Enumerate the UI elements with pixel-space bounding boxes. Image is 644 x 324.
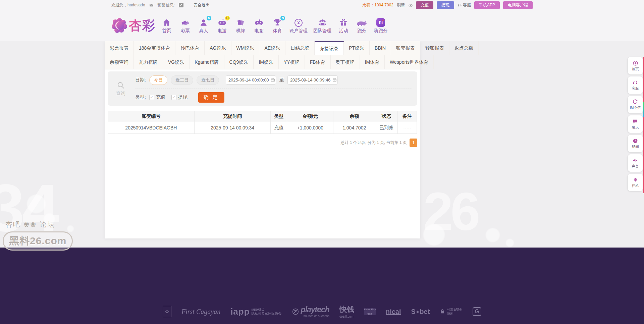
tab-im-sports[interactable]: IM体育 (360, 55, 385, 69)
tab-fb-sports[interactable]: FB体育 (305, 55, 331, 69)
nav-item-team[interactable]: 团队管理 (313, 17, 331, 34)
confirm-button[interactable]: 确 定 (198, 92, 224, 103)
home-icon (162, 17, 171, 27)
back-to-top-icon (633, 60, 638, 66)
toolbar-question[interactable]: 疑问 (628, 135, 643, 152)
nav-label: 棋牌 (236, 28, 245, 34)
nav-label: 真人 (199, 28, 208, 34)
date-from-input[interactable]: 2025-09-14 00:00:00 (226, 75, 276, 85)
tab-im-entertainment[interactable]: IM娱乐 (254, 55, 279, 69)
tab-account-change-report[interactable]: 账变报表 (391, 41, 420, 55)
tab-pt[interactable]: PT娱乐 (344, 41, 370, 55)
type-row: 类型: ✓ 充值 ✓ 提现 确 定 (135, 89, 412, 106)
reserved-info-label: 预留信息: (158, 2, 175, 8)
type-withdraw-checkbox[interactable]: ✓ 提现 (171, 94, 187, 100)
quick-today-pill[interactable]: 今日 (149, 75, 167, 85)
tab-saba-sports[interactable]: 沙巴体育 (175, 41, 205, 55)
watermark-forum-text: 杏吧 ❀❀ 论坛 (5, 220, 55, 229)
tab-bbin[interactable]: BBIN (370, 41, 391, 55)
type-recharge-checkbox[interactable]: ✓ 充值 (149, 94, 165, 100)
col-time: 充提时间 (194, 111, 271, 122)
page-1-button[interactable]: 1 (410, 139, 417, 147)
floating-toolbar: 首页 客服 IM充值 聊天 疑问 声音 挂机 (628, 57, 643, 191)
mobile-app-button[interactable]: 手机APP (474, 1, 500, 9)
date-to-label: 至 (279, 77, 284, 83)
toolbar-idle[interactable]: 挂机 (628, 174, 643, 191)
tab-rebate-total[interactable]: 返点总额 (449, 41, 479, 55)
balance-label: 余额： (362, 3, 374, 7)
quick-3days-pill[interactable]: 近三日 (171, 75, 193, 85)
tab-wm[interactable]: WM娱乐 (231, 41, 260, 55)
main-panel: 彩票报表 188金宝博体育 沙巴体育 AG娱乐 WM娱乐 AE娱乐 日结总览 充… (105, 41, 420, 238)
nav-item-account[interactable]: ¥ 账户管理 (289, 19, 308, 34)
scrollbar-thumb[interactable] (643, 102, 644, 117)
nav-label: 跑分 (358, 28, 367, 34)
quick-7days-pill[interactable]: 近七日 (197, 75, 219, 85)
customer-service-link[interactable]: 客服 (458, 2, 471, 8)
toolbar-label: 首页 (632, 67, 639, 71)
nav-item-sports[interactable]: N 体育 (271, 17, 284, 34)
nav-item-paofen[interactable]: 跑分 (356, 17, 368, 34)
nav-item-hi-paofen[interactable]: hi 嗨跑分 (374, 18, 388, 34)
nav-item-lottery[interactable]: 彩票 (179, 17, 192, 34)
tab-188-sports[interactable]: 188金宝博体育 (134, 41, 175, 55)
type-label: 类型: (135, 94, 146, 100)
tab-recharge-withdraw-records[interactable]: 充提记录 (315, 41, 344, 55)
withdraw-button[interactable]: 提现 (437, 1, 454, 9)
toolbar-back-to-top[interactable]: 首页 (628, 57, 643, 74)
main-nav: 首页 彩票 N 真人 H 电游 棋牌 (160, 17, 388, 34)
logout-link[interactable]: 安全退出 (194, 2, 210, 8)
tab-balance-query[interactable]: 余额查询 (105, 55, 134, 69)
table-header-row: 账变编号 充提时间 类型 金额/元 余额 状态 备注 (108, 111, 417, 122)
balance-group: 余额：1004.7002 (362, 2, 393, 8)
date-from-value: 2025-09-14 00:00:00 (228, 77, 269, 83)
site-logo[interactable]: 杏彩 (111, 17, 156, 34)
nav-label: 账户管理 (289, 28, 308, 34)
tab-wali-chess[interactable]: 瓦力棋牌 (134, 55, 163, 69)
toolbar-sound[interactable]: 声音 (628, 154, 643, 172)
tab-yy-chess[interactable]: YY棋牌 (279, 55, 305, 69)
scrollbar-track[interactable] (643, 57, 644, 193)
eye-off-icon[interactable] (408, 3, 413, 7)
edit-icon[interactable] (179, 3, 183, 7)
form-rows: 日期: 今日 近三日 近七日 2025-09-14 00:00:00 至 202… (135, 71, 412, 106)
toolbar-label: 疑问 (632, 145, 639, 149)
tab-kgame[interactable]: Kgame棋牌 (190, 55, 224, 69)
tab-vg[interactable]: VG娱乐 (163, 55, 190, 69)
tab-wesports[interactable]: Wesports世界体育 (385, 55, 434, 69)
nav-item-live[interactable]: N 真人 (197, 17, 210, 34)
calendar-icon (332, 78, 337, 82)
pc-client-button[interactable]: 电脑客户端 (503, 1, 533, 9)
toolbar-chat[interactable]: 聊天 (628, 115, 643, 133)
cards-icon (236, 17, 245, 27)
pagination-summary: 总计 1 个记录, 分为 1 页, 当前第 1 页 (341, 140, 407, 146)
refresh-link[interactable]: 刷新 (397, 2, 405, 8)
col-remark: 备注 (398, 111, 417, 122)
nav-item-activity[interactable]: 活动 (337, 17, 350, 34)
tab-transfer-report[interactable]: 转账报表 (420, 41, 449, 55)
tab-ag[interactable]: AG娱乐 (205, 41, 231, 55)
nav-item-home[interactable]: 首页 (160, 17, 173, 34)
col-amount: 金额/元 (287, 111, 333, 122)
recharge-button[interactable]: 充值 (416, 1, 433, 9)
records-table: 账变编号 充提时间 类型 金额/元 余额 状态 备注 20250914VBDCE… (108, 111, 417, 134)
toolbar-label: 声音 (632, 164, 639, 169)
nav-item-egame[interactable]: H 电游 (216, 17, 228, 34)
toolbar-customer-service[interactable]: 客服 (628, 76, 643, 94)
mail-icon[interactable] (149, 3, 154, 7)
cell-balance: 1,004.7002 (333, 122, 375, 134)
col-type: 类型 (271, 111, 287, 122)
page-canvas: 34 26 欢迎您，hadesado 预留信息: 安全退出 余额：1004.70… (0, 0, 644, 324)
bokeh-circle (506, 239, 514, 247)
tab-ae[interactable]: AE娱乐 (259, 41, 285, 55)
tab-cq9[interactable]: CQ9娱乐 (224, 55, 254, 69)
tab-lottery-report[interactable]: 彩票报表 (105, 41, 134, 55)
toolbar-im-recharge[interactable]: IM充值 (628, 96, 643, 113)
tab-aoding-chess[interactable]: 奥丁棋牌 (331, 55, 360, 69)
date-to-input[interactable]: 2025-09-14 00:09:46 (287, 75, 338, 85)
tab-daily-summary[interactable]: 日结总览 (285, 41, 315, 55)
new-badge: N (280, 16, 285, 20)
nav-item-esports[interactable]: 电竞 (253, 17, 265, 34)
nav-item-chess[interactable]: 棋牌 (234, 17, 247, 34)
pagination: 总计 1 个记录, 分为 1 页, 当前第 1 页 1 (341, 139, 417, 147)
